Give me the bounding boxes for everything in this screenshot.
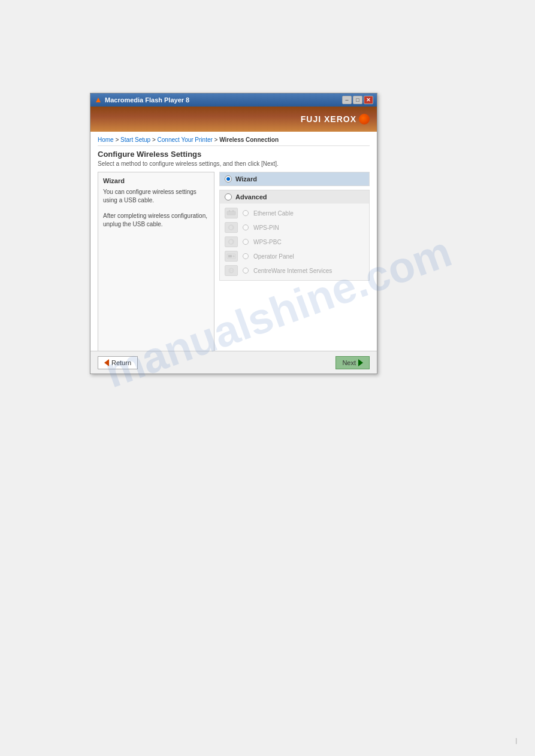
wps-pbc-radio[interactable] bbox=[243, 239, 249, 245]
svg-rect-3 bbox=[232, 210, 234, 212]
centreware-icon bbox=[225, 265, 238, 276]
page-number: | bbox=[515, 737, 517, 744]
left-panel-text1: You can configure wireless settings usin… bbox=[103, 188, 209, 205]
svg-rect-7 bbox=[228, 255, 232, 257]
window-title: Macromedia Flash Player 8 bbox=[105, 96, 189, 104]
svg-rect-2 bbox=[229, 210, 230, 212]
operator-panel-radio[interactable] bbox=[243, 253, 249, 259]
breadcrumb: Home > Start Setup > Connect Your Printe… bbox=[98, 136, 370, 146]
page-subtitle: Select a method to configure wireless se… bbox=[98, 160, 370, 167]
wps-pin-label: WPS-PIN bbox=[253, 224, 279, 231]
centreware-option[interactable]: CentreWare Internet Services bbox=[225, 263, 364, 278]
wps-pin-option[interactable]: WPS-PIN bbox=[225, 220, 364, 235]
ethernet-cable-option[interactable]: Ethernet Cable bbox=[225, 206, 364, 220]
wps-pbc-label: WPS-PBC bbox=[253, 239, 282, 245]
wizard-radio[interactable] bbox=[225, 175, 232, 183]
flash-player-window: Macromedia Flash Player 8 – □ ✕ FUJI XER… bbox=[90, 93, 377, 374]
minimize-button[interactable]: – bbox=[342, 96, 352, 104]
next-label: Next bbox=[342, 359, 356, 366]
wps-pin-icon bbox=[225, 222, 238, 233]
svg-point-8 bbox=[233, 256, 235, 257]
header-area: FUJI XEROX bbox=[90, 107, 377, 132]
wizard-option-header[interactable]: Wizard bbox=[220, 172, 369, 186]
fuji-xerox-logo: FUJI XEROX bbox=[301, 114, 370, 125]
operator-panel-label: Operator Panel bbox=[253, 253, 294, 260]
ethernet-label: Ethernet Cable bbox=[253, 210, 294, 217]
wizard-option-label: Wizard bbox=[235, 175, 257, 183]
left-panel-title: Wizard bbox=[103, 177, 209, 184]
advanced-radio[interactable] bbox=[225, 193, 232, 201]
centreware-radio[interactable] bbox=[243, 268, 249, 274]
wps-pin-radio[interactable] bbox=[243, 224, 249, 230]
centreware-label: CentreWare Internet Services bbox=[253, 268, 332, 274]
svg-marker-0 bbox=[96, 98, 101, 102]
left-panel-text2: After completing wireless configuration,… bbox=[103, 212, 209, 229]
next-button[interactable]: Next bbox=[335, 356, 370, 369]
return-button[interactable]: Return bbox=[98, 356, 138, 369]
advanced-option-label: Advanced bbox=[235, 193, 267, 201]
titlebar-left: Macromedia Flash Player 8 bbox=[94, 96, 189, 104]
maximize-button[interactable]: □ bbox=[353, 96, 362, 104]
window-controls: – □ ✕ bbox=[342, 96, 373, 104]
return-label: Return bbox=[111, 359, 131, 366]
operator-panel-icon bbox=[225, 251, 238, 262]
titlebar: Macromedia Flash Player 8 – □ ✕ bbox=[90, 93, 377, 107]
main-layout: Wizard You can configure wireless settin… bbox=[98, 172, 370, 351]
right-panel: Wizard Advanced bbox=[219, 172, 370, 351]
logo-text: FUJI XEROX bbox=[301, 114, 356, 124]
operator-panel-option[interactable]: Operator Panel bbox=[225, 249, 364, 263]
next-arrow-icon bbox=[358, 359, 363, 366]
ethernet-radio[interactable] bbox=[243, 210, 249, 216]
ethernet-icon bbox=[225, 208, 238, 218]
wps-pbc-icon bbox=[225, 236, 238, 247]
svg-rect-1 bbox=[227, 211, 235, 215]
breadcrumb-start-setup[interactable]: Start Setup bbox=[120, 136, 150, 143]
return-arrow-icon bbox=[104, 359, 109, 366]
content-area: Home > Start Setup > Connect Your Printe… bbox=[90, 132, 377, 356]
breadcrumb-current: Wireless Connection bbox=[219, 136, 279, 143]
breadcrumb-connect-printer[interactable]: Connect Your Printer bbox=[158, 136, 213, 143]
button-bar: Return Next bbox=[90, 351, 377, 374]
breadcrumb-home[interactable]: Home bbox=[98, 136, 114, 143]
close-button[interactable]: ✕ bbox=[364, 96, 373, 104]
advanced-sub-options: Ethernet Cable WPS-PIN bbox=[220, 204, 369, 280]
left-panel: Wizard You can configure wireless settin… bbox=[98, 172, 214, 351]
logo-ball-icon bbox=[359, 114, 370, 125]
advanced-option-section[interactable]: Advanced Ethernet Cable bbox=[219, 190, 370, 281]
app-icon bbox=[94, 96, 102, 104]
wizard-option-section[interactable]: Wizard bbox=[219, 172, 370, 186]
page-title: Configure Wireless Settings bbox=[98, 150, 370, 159]
wps-pbc-option[interactable]: WPS-PBC bbox=[225, 235, 364, 249]
advanced-option-header[interactable]: Advanced bbox=[220, 190, 369, 204]
